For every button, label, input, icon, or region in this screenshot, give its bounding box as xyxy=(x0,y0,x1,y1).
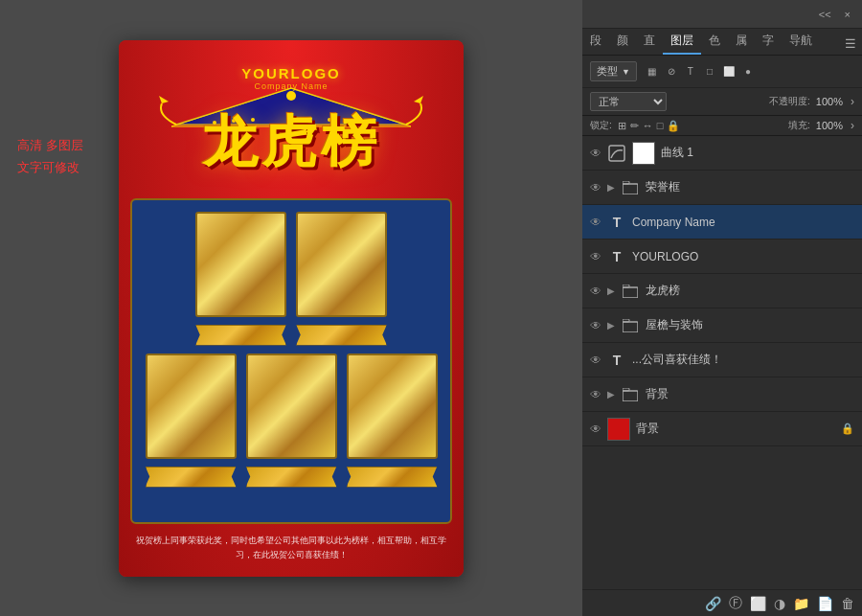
filter-smart-icon[interactable]: ⬜ xyxy=(721,64,737,80)
lock-edit-icon[interactable]: ✏ xyxy=(630,120,639,132)
frames-row-bottom xyxy=(146,354,438,459)
tab-layers[interactable]: 图层 xyxy=(663,29,701,55)
banner-item-2 xyxy=(296,325,387,346)
layer-type-text-icon: T xyxy=(607,351,626,370)
tab-text[interactable]: 字 xyxy=(755,29,782,55)
opacity-label: 不透明度: xyxy=(769,95,810,108)
canvas-area: 高清 多图层 文字可修改 YOURLOGO Company Name xyxy=(0,0,582,616)
add-adjustment-button[interactable]: ◑ xyxy=(774,596,785,611)
filter-adjust-icon[interactable]: ⊘ xyxy=(664,64,679,80)
layer-name: ...公司喜获佳绩！ xyxy=(632,352,854,368)
photo-frame-4 xyxy=(246,354,337,459)
tab-color[interactable]: 颜 xyxy=(609,29,636,55)
photo-frame-5 xyxy=(347,354,438,459)
blend-bar: 正常 溶解 正片叠底 滤色 不透明度: 100% › xyxy=(582,88,862,116)
layer-type-adjustment-icon xyxy=(607,144,626,163)
opacity-value: 100% xyxy=(816,96,843,107)
tab-segment[interactable]: 段 xyxy=(582,29,609,55)
layer-type-group-icon xyxy=(621,282,640,301)
expand-icon[interactable]: ▶ xyxy=(607,389,615,399)
add-style-button[interactable]: Ⓕ xyxy=(729,595,742,612)
layer-item[interactable]: 👁 ▶ 龙虎榜 xyxy=(582,274,862,308)
layer-item[interactable]: 👁 T YOURLOGO xyxy=(582,240,862,274)
blend-mode-select[interactable]: 正常 溶解 正片叠底 滤色 xyxy=(590,92,667,111)
layer-item[interactable]: 👁 ▶ 背景 xyxy=(582,377,862,412)
search-type-label: 类型 xyxy=(597,64,618,79)
chevron-down-icon: ▼ xyxy=(622,67,630,77)
panel-toolbar: << × xyxy=(582,0,862,29)
layer-lock-icon: 🔒 xyxy=(841,422,854,435)
banner-item-4 xyxy=(246,467,337,488)
svg-rect-13 xyxy=(623,184,638,194)
layers-list: 👁 曲线 1 👁 ▶ 荣誉框 👁 T Company Name 👁 T xyxy=(582,136,862,589)
expand-icon[interactable]: ▶ xyxy=(607,182,615,193)
close-button[interactable]: × xyxy=(841,7,854,22)
layer-type-text-icon: T xyxy=(607,213,626,232)
poster-bottom-text: 祝贺榜上同事荣获此奖，同时也希望公司其他同事以此为榜样，相互帮助，相互学习，在此… xyxy=(136,534,446,561)
tab-hue[interactable]: 色 xyxy=(701,29,728,55)
lock-move-icon[interactable]: ↔ xyxy=(643,120,653,132)
lock-bar: 锁定: ⊞ ✏ ↔ □ 🔒 填充: 100% › xyxy=(582,116,862,136)
layer-eye-icon[interactable]: 👁 xyxy=(590,319,601,332)
svg-rect-19 xyxy=(623,391,638,401)
layer-eye-icon[interactable]: 👁 xyxy=(590,147,601,160)
photo-frame-3 xyxy=(146,354,237,459)
banner-item-3 xyxy=(146,467,237,488)
tab-properties[interactable]: 属 xyxy=(728,29,755,55)
filter-dot-icon[interactable]: ● xyxy=(740,64,756,80)
layer-eye-icon[interactable]: 👁 xyxy=(590,181,601,194)
filter-shape-icon[interactable]: □ xyxy=(702,64,717,80)
layer-name: 曲线 1 xyxy=(661,145,854,161)
expand-icon[interactable]: ▶ xyxy=(607,320,615,331)
layer-name: 屋檐与装饰 xyxy=(646,317,854,333)
tab-navigator[interactable]: 导航 xyxy=(782,29,820,55)
fill-chevron-icon[interactable]: › xyxy=(851,119,854,132)
layer-eye-icon[interactable]: 👁 xyxy=(590,250,601,263)
poster-bottom-area: 祝贺榜上同事荣获此奖，同时也希望公司其他同事以此为榜样，相互帮助，相互学习，在此… xyxy=(130,519,452,577)
layer-eye-icon[interactable]: 👁 xyxy=(590,388,601,401)
svg-rect-20 xyxy=(623,388,629,391)
lock-artboard-icon[interactable]: □ xyxy=(657,120,664,132)
layer-item[interactable]: 👁 背景 🔒 xyxy=(582,412,862,446)
layer-name: Company Name xyxy=(632,216,854,229)
new-layer-button[interactable]: 📄 xyxy=(817,596,833,611)
add-mask-button[interactable]: ⬜ xyxy=(750,596,766,611)
collapse-button[interactable]: << xyxy=(815,7,835,22)
company-name-text: Company Name xyxy=(254,81,328,91)
svg-rect-17 xyxy=(623,322,638,332)
layer-eye-icon[interactable]: 👁 xyxy=(590,216,601,229)
poster-title: 龙虎榜 xyxy=(119,105,464,180)
layer-eye-icon[interactable]: 👁 xyxy=(590,422,601,436)
layer-eye-icon[interactable]: 👁 xyxy=(590,285,601,298)
side-label: 高清 多图层 文字可修改 xyxy=(17,134,83,179)
banner-row-2 xyxy=(146,467,438,488)
poster: YOURLOGO Company Name xyxy=(119,40,464,577)
new-group-button[interactable]: 📁 xyxy=(793,596,809,611)
delete-layer-button[interactable]: 🗑 xyxy=(841,596,854,611)
tab-straight[interactable]: 直 xyxy=(636,29,663,55)
layer-eye-icon[interactable]: 👁 xyxy=(590,354,601,367)
layer-type-group-icon xyxy=(621,316,640,335)
layer-item[interactable]: 👁 ▶ 屋檐与装饰 xyxy=(582,308,862,343)
link-layers-button[interactable]: 🔗 xyxy=(705,596,721,611)
lock-pixels-icon[interactable]: ⊞ xyxy=(618,120,626,132)
layer-item[interactable]: 👁 曲线 1 xyxy=(582,136,862,171)
layer-type-group-icon xyxy=(621,178,640,197)
panel-menu-icon[interactable]: ☰ xyxy=(839,33,862,55)
layer-item[interactable]: 👁 ▶ 荣誉框 xyxy=(582,171,862,205)
lock-all-icon[interactable]: 🔒 xyxy=(667,120,680,132)
layer-name: 背景 xyxy=(636,421,835,437)
search-bar: 类型 ▼ ▦ ⊘ T □ ⬜ ● xyxy=(582,56,862,88)
photo-frame-2 xyxy=(296,212,387,317)
svg-rect-12 xyxy=(609,146,624,161)
expand-icon[interactable]: ▶ xyxy=(607,285,615,296)
opacity-chevron-icon[interactable]: › xyxy=(851,95,854,108)
layer-item[interactable]: 👁 T ...公司喜获佳绩！ xyxy=(582,343,862,377)
filter-image-icon[interactable]: ▦ xyxy=(645,64,660,80)
layer-type-group-icon xyxy=(621,385,640,404)
filter-text-icon[interactable]: T xyxy=(683,64,698,80)
search-type-selector[interactable]: 类型 ▼ xyxy=(590,61,637,81)
layer-name: 荣誉框 xyxy=(646,179,854,195)
layer-item[interactable]: 👁 T Company Name xyxy=(582,205,862,240)
poster-content-area xyxy=(130,198,452,524)
